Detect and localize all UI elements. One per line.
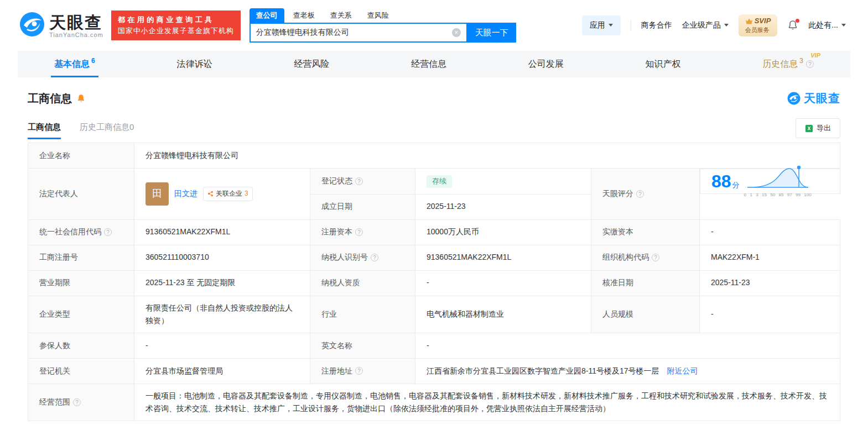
clear-search-icon[interactable] <box>452 28 461 37</box>
business-scope-value: 一般项目：电池制造，电容器及其配套设备制造，专用仪器制造，电池销售，电容器及其配… <box>134 384 840 421</box>
promo-line2: 国家中小企业发展子基金旗下机构 <box>118 25 234 36</box>
info-row: 经营范围 一般项目：电池制造，电容器及其配套设备制造，专用仪器制造，电池销售，电… <box>28 384 840 421</box>
user-menu-label: 此处有... <box>808 20 838 29</box>
help-icon[interactable] <box>636 190 644 198</box>
reg-number-value: 360521110003710 <box>134 245 310 270</box>
tab-basic-info[interactable]: 基本信息6 <box>51 51 98 77</box>
tab-operation-info[interactable]: 经营信息 <box>408 51 450 77</box>
nav-enterprise-products[interactable]: 企业级产品 <box>682 20 729 30</box>
field-label: 英文名称 <box>310 333 415 358</box>
tab-legal-litigation[interactable]: 法律诉讼 <box>173 51 215 77</box>
english-name-value: - <box>415 333 840 358</box>
search-tab-risk[interactable]: 查风险 <box>361 8 396 23</box>
field-label: 工商注册号 <box>28 245 134 270</box>
field-label: 企业类型 <box>28 296 134 333</box>
promo-line1: 都在用的商业查询工具 <box>118 14 234 25</box>
notification-dot <box>796 19 799 23</box>
watermark-text: 天眼查 <box>804 91 840 106</box>
legal-rep-cell: 田 田文进 关联企业 3 <box>134 169 310 220</box>
search-area: 查公司 查老板 查关系 查风险 天眼一下 <box>250 8 516 43</box>
tab-label: 公司发展 <box>528 59 564 70</box>
top-header: 天眼查 TianYanCha.com 都在用的商业查询工具 国家中小企业发展子基… <box>0 0 868 51</box>
chevron-down-icon <box>724 24 729 27</box>
svip-label: SVIP <box>755 17 771 26</box>
chevron-down-icon <box>841 24 846 27</box>
score-axis: 0131550859799100 <box>744 191 812 198</box>
tab-operation-risk[interactable]: 经营风险 <box>290 51 332 77</box>
field-label: 组织机构代码 <box>591 245 700 270</box>
search-button[interactable]: 天眼一下 <box>467 23 516 43</box>
help-icon[interactable] <box>355 177 363 185</box>
field-label: 注册资本 <box>310 219 415 245</box>
svip-member-badge[interactable]: SVIP 会员服务 <box>739 14 778 36</box>
help-icon[interactable] <box>104 228 112 236</box>
info-row: 企业类型 有限责任公司（非自然人投资或控股的法人独资） 行业 电气机械和器材制造… <box>28 296 840 333</box>
nearby-companies-link[interactable]: 附近公司 <box>667 366 698 375</box>
enterprise-products-label: 企业级产品 <box>682 20 721 29</box>
reg-authority-value: 分宜县市场监督管理局 <box>134 358 310 384</box>
insured-count-value: - <box>134 333 310 358</box>
field-label: 核准日期 <box>591 270 700 296</box>
help-icon[interactable] <box>806 60 814 68</box>
help-icon[interactable] <box>355 228 363 236</box>
field-label: 成立日期 <box>310 194 415 219</box>
info-row: 营业期限 2025-11-23 至 无固定期限 纳税人资质 - 核准日期 202… <box>28 270 840 296</box>
related-companies-label: 关联企业 <box>216 188 242 200</box>
field-label: 经营范围 <box>28 384 134 421</box>
legal-rep-avatar[interactable]: 田 <box>145 182 169 206</box>
section-tabs-bar: 基本信息6 法律诉讼 经营风险 经营信息 公司发展 知识产权 VIP 历史信息3 <box>18 51 850 77</box>
divider <box>631 20 631 31</box>
tab-count: 3 <box>799 57 803 65</box>
related-companies-count: 3 <box>245 188 248 200</box>
tab-intellectual-property[interactable]: 知识产权 <box>642 51 684 77</box>
tab-label: 历史信息 <box>762 59 798 70</box>
search-tab-company[interactable]: 查公司 <box>250 8 284 23</box>
field-label: 参保人数 <box>28 333 134 358</box>
notification-bell-icon[interactable] <box>787 20 798 31</box>
user-menu[interactable]: 此处有... <box>808 20 846 30</box>
crown-icon <box>745 18 753 24</box>
help-icon[interactable] <box>73 398 81 406</box>
score-distribution-chart: 0131550859799100 <box>744 164 812 198</box>
help-icon[interactable] <box>652 254 659 261</box>
company-name-value: 分宜赣锋锂电科技有限公司 <box>134 143 840 169</box>
search-tab-relation[interactable]: 查关系 <box>324 8 358 23</box>
search-tab-boss[interactable]: 查老板 <box>287 8 321 23</box>
field-label: 纳税人识别号 <box>310 245 415 270</box>
tab-history-info[interactable]: VIP 历史信息3 <box>759 51 817 77</box>
legal-rep-link[interactable]: 田文进 <box>174 187 197 200</box>
nav-business-cooperation[interactable]: 商务合作 <box>641 20 672 30</box>
subscribe-bell-icon[interactable] <box>76 94 86 103</box>
field-label: 统一社会信用代码 <box>28 219 134 245</box>
subtab-history-business-info[interactable]: 历史工商信息0 <box>80 122 134 139</box>
reg-capital-value: 10000万人民币 <box>415 219 591 245</box>
subtab-business-info[interactable]: 工商信息 <box>28 122 61 139</box>
info-row: 统一社会信用代码 91360521MAK22XFM1L 注册资本 10000万人… <box>28 219 840 245</box>
tab-label: 知识产权 <box>646 59 681 70</box>
company-type-value: 有限责任公司（非自然人投资或控股的法人独资） <box>134 296 310 333</box>
related-companies-tag[interactable]: 关联企业 3 <box>203 187 253 201</box>
business-info-table: 企业名称 分宜赣锋锂电科技有限公司 法定代表人 田 田文进 关联企业 3 <box>28 143 840 421</box>
brand-name: 天眼查 <box>49 13 103 32</box>
industry-value: 电气机械和器材制造业 <box>415 296 591 333</box>
info-row: 法定代表人 田 田文进 关联企业 3 登记状态 <box>28 169 840 195</box>
info-row: 参保人数 - 英文名称 - <box>28 333 840 358</box>
brand-logo[interactable]: 天眼查 TianYanCha.com <box>19 12 103 39</box>
business-term-value: 2025-11-23 至 无固定期限 <box>134 270 310 296</box>
search-tabs: 查公司 查老板 查关系 查风险 <box>250 8 516 23</box>
tab-company-development[interactable]: 公司发展 <box>525 51 567 77</box>
app-dropdown[interactable]: 应用 <box>582 15 621 35</box>
help-icon[interactable] <box>371 254 378 261</box>
chevron-down-icon <box>609 24 613 27</box>
field-label: 天眼评分 <box>591 169 700 220</box>
paid-capital-value: - <box>700 219 840 245</box>
export-label: 导出 <box>817 123 831 133</box>
help-icon[interactable] <box>355 367 363 375</box>
field-label: 营业期限 <box>28 270 134 296</box>
search-input[interactable] <box>256 28 452 37</box>
tab-label: 基本信息 <box>54 59 90 70</box>
app-dropdown-label: 应用 <box>590 20 605 29</box>
field-label: 纳税人资质 <box>310 270 415 296</box>
export-button[interactable]: 导出 <box>796 118 840 138</box>
org-code-value: MAK22XFM-1 <box>700 245 840 270</box>
